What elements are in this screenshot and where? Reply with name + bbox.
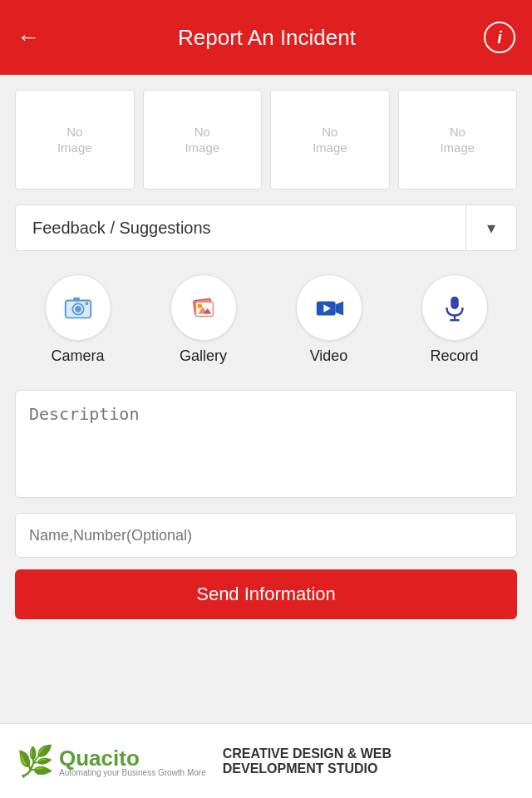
ad-tagline: Automating your Business Growth More: [59, 768, 206, 777]
ad-banner: 🌿 Quacito Automating your Business Growt…: [0, 723, 532, 798]
video-action[interactable]: Video: [296, 274, 362, 365]
svg-marker-12: [335, 301, 343, 315]
image-thumb-1[interactable]: NoImage: [15, 90, 135, 190]
page-title: Report An Incident: [50, 25, 484, 51]
video-label: Video: [310, 347, 348, 365]
back-button[interactable]: ←: [17, 24, 50, 51]
ad-logo-icon: 🌿: [17, 744, 54, 779]
send-button[interactable]: Send Information: [15, 569, 517, 619]
record-icon: [439, 292, 470, 323]
video-icon: [313, 292, 345, 323]
image-thumbnails: NoImage NoImage NoImage NoImage: [15, 90, 517, 190]
svg-rect-14: [451, 297, 459, 309]
image-thumb-4[interactable]: NoImage: [398, 90, 518, 190]
camera-icon: [62, 292, 94, 323]
image-thumb-3[interactable]: NoImage: [270, 90, 390, 190]
image-thumb-2[interactable]: NoImage: [143, 90, 263, 190]
camera-label: Camera: [51, 347, 104, 365]
ad-right-text: CREATIVE DESIGN & WEB DEVELOPMENT STUDIO: [223, 746, 392, 776]
record-circle: [421, 274, 488, 341]
description-input[interactable]: [15, 390, 517, 498]
action-buttons-row: Camera Gallery: [15, 266, 517, 373]
gallery-label: Gallery: [180, 347, 227, 365]
svg-point-5: [85, 302, 88, 305]
svg-point-3: [75, 306, 81, 313]
category-dropdown[interactable]: Feedback / Suggestions ▾: [15, 204, 517, 251]
ad-right-line1: CREATIVE DESIGN & WEB: [223, 746, 392, 761]
header: ← Report An Incident i: [0, 0, 532, 75]
dropdown-selected-value: Feedback / Suggestions: [16, 219, 466, 238]
dropdown-arrow-icon[interactable]: ▾: [466, 218, 516, 238]
record-label: Record: [430, 347, 478, 365]
svg-rect-4: [73, 298, 80, 302]
name-number-input[interactable]: [15, 513, 517, 558]
content-area: NoImage NoImage NoImage NoImage Feedback…: [0, 75, 532, 619]
gallery-icon: [188, 292, 219, 323]
ad-right-line2: DEVELOPMENT STUDIO: [223, 761, 392, 776]
ad-logo: 🌿 Quacito Automating your Business Growt…: [17, 744, 206, 779]
info-button[interactable]: i: [484, 22, 515, 53]
camera-circle: [45, 274, 111, 341]
gallery-action[interactable]: Gallery: [170, 274, 237, 365]
svg-point-10: [197, 303, 202, 308]
camera-action[interactable]: Camera: [45, 274, 111, 365]
gallery-circle: [170, 274, 237, 341]
record-action[interactable]: Record: [421, 274, 488, 365]
video-circle: [296, 274, 362, 341]
